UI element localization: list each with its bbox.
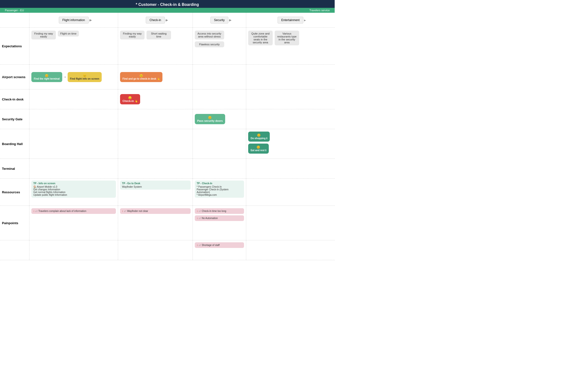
extra-col1 <box>30 240 118 260</box>
flow-arrow-1: → <box>63 75 67 79</box>
painpoints-col2: ↕ ↓↑ Wayfinder not clear <box>118 206 193 240</box>
sub-right: Travelers service <box>310 9 330 12</box>
boarding-col2 <box>118 129 193 158</box>
security-row: Security Gate 😊 Pass security doors <box>0 109 335 129</box>
smiley-3: 😐 <box>122 74 160 78</box>
resource-title-2: TP - Go to Desk <box>122 182 189 185</box>
screens-row: Airport screens 😊 Find the right termina… <box>0 65 335 90</box>
label-spacer <box>0 13 30 28</box>
terminal-col3 <box>193 159 246 178</box>
label-boarding: Boarding Hall <box>0 129 30 158</box>
painpoint-5: ↕ ↓↑ Shortage of staff <box>195 242 244 248</box>
expectations-row: Expectations Finding my way easily Fligh… <box>0 28 335 65</box>
arrow-right-1: ▶ <box>90 18 92 22</box>
painpoint-3: ↕ ↓↑ Check-In time too long <box>195 208 244 214</box>
painpoints-col3: ↕ ↓↑ Check-In time too long ↕ ↓↑ No Auto… <box>193 206 246 240</box>
painpoint-2: ↕ ↓↑ Wayfinder not clear <box>120 208 190 214</box>
screens-col4 <box>246 65 335 89</box>
page-title: * Customer - Check-in & Boarding <box>0 0 335 8</box>
expect-badge-3: Finding my way easily <box>120 30 144 40</box>
checkin-col1 <box>30 90 118 109</box>
security-col3: 😊 Pass security doors <box>193 109 246 129</box>
process-pass-security: 😊 Pass security doors <box>195 114 226 124</box>
hand-icon-2: 👆 <box>135 100 138 102</box>
screens-col2: 😐 Find and go to check-in desk 👆 <box>118 65 193 89</box>
process-checkin: 😞 Check-in 👆 <box>120 94 140 104</box>
smiley-7: 😊 <box>251 146 266 149</box>
col-header-checkin: Check-in ▶ <box>118 13 193 28</box>
resource-item-3c: * AirportMega.com <box>197 194 242 196</box>
process-find-terminal: 😊 Find the right terminal <box>31 72 62 82</box>
checkin-col4 <box>246 90 335 109</box>
label-expectations: Expectations <box>0 28 30 64</box>
resource-box-2: TP - Go to Desk Wayfinder System <box>120 180 190 190</box>
resource-box-3: TP - Check-In * Passengers Check-In Pass… <box>195 180 244 198</box>
resource-item-3a: * Passengers Check-In <box>197 186 242 188</box>
extra-col3: ↕ ↓↑ Shortage of staff <box>193 240 246 260</box>
col-header-label-4: Entertainment <box>278 17 303 24</box>
smiley-1: 😊 <box>34 74 60 78</box>
col-headers-row: Flight information ▶ Check-in ▶ Security… <box>0 13 335 28</box>
label-extra <box>0 240 30 260</box>
resource-item-1d: Update public flight Information <box>33 194 114 196</box>
screens-col3 <box>193 65 246 89</box>
painpoint-icon-1: ↕ <box>33 210 34 212</box>
resource-item-1a: 🏠 Airport Mobile v1.0 <box>33 186 114 188</box>
painpoint-icon-4: ↕ <box>197 217 198 220</box>
arrow-right-3: ▶ <box>229 18 232 22</box>
painpoint-icon-3: ↕ <box>197 210 198 212</box>
smiley-2: 😐 <box>70 74 99 78</box>
col-header-label-1: Flight information ▶ <box>59 17 89 24</box>
terminal-col2 <box>118 159 193 178</box>
process-find-flight-info: 😐 Find flight info on screen <box>68 72 102 82</box>
boarding-col4: 😊 Do shopping ℹ 😊 Eat and rest ℹ <box>246 129 335 158</box>
label-terminal: Terminal <box>0 159 30 178</box>
col-header-label-2: Check-in ▶ <box>146 17 165 24</box>
terminal-col4 <box>246 159 335 178</box>
col-header-security: Security ▶ <box>193 13 246 28</box>
col-header-entertainment: Entertainment <box>246 13 335 28</box>
painpoints-row: Painpoints ↕ ↓↑ Travelers complain about… <box>0 206 335 240</box>
terminal-col1 <box>30 159 118 178</box>
resource-item-3b: Passenger Check-In (System Automation) <box>197 188 242 194</box>
boarding-row: Boarding Hall 😊 Do shopping ℹ 😊 Eat and … <box>0 129 335 159</box>
expect-badge-8: Various restaurants type in the security… <box>275 30 299 45</box>
resource-title-1: TP - Info on screen <box>33 182 114 185</box>
process-do-shopping: 😊 Do shopping ℹ <box>248 132 270 142</box>
resource-box-1: TP - Info on screen 🏠 Airport Mobile v1.… <box>31 180 116 198</box>
security-col4 <box>246 109 335 129</box>
painpoints-col1: ↕ ↓↑ Travelers complain about lack of in… <box>30 206 118 240</box>
painpoint-icon-5: ↕ <box>197 244 198 246</box>
expect-badge-4: Short waiting time <box>146 30 171 40</box>
expectations-col2: Finding my way easily Short waiting time <box>118 28 193 64</box>
screens-col1: 😊 Find the right terminal → 😐 Find fligh… <box>30 65 118 89</box>
expect-badge-6: Flawless security <box>195 42 224 47</box>
resource-item-2a: Wayfinder System <box>122 186 189 188</box>
smiley-5: 😊 <box>197 116 223 119</box>
smiley-6: 😊 <box>251 134 267 137</box>
painpoint-1: ↕ ↓↑ Travelers complain about lack of in… <box>31 208 116 214</box>
col-header-label-3: Security ▶ <box>210 17 228 24</box>
painpoint-4: ↕ ↓↑ No Automation <box>195 215 244 221</box>
expectations-col1: Finding my way easily Flight on time <box>30 28 118 64</box>
label-resources: Ressources <box>0 178 30 206</box>
smiley-4: 😞 <box>122 96 138 100</box>
expect-badge-7: Quite zone and comfortable seats in the … <box>248 30 273 45</box>
info-icon: ℹ <box>266 137 267 140</box>
resources-col4 <box>246 178 335 206</box>
resource-item-1c: Get normal flights Information <box>33 191 114 194</box>
label-checkin: Check-in desk <box>0 90 30 109</box>
process-find-go-checkin: 😐 Find and go to check-in desk 👆 <box>120 72 162 82</box>
extra-row: ↕ ↓↑ Shortage of staff <box>0 240 335 260</box>
expectations-col4: Quite zone and comfortable seats in the … <box>246 28 335 64</box>
checkin-col2: 😞 Check-in 👆 <box>118 90 193 109</box>
resources-col2: TP - Go to Desk Wayfinder System <box>118 178 193 206</box>
checkin-col3 <box>193 90 246 109</box>
info-icon-2: ℹ <box>265 149 266 152</box>
expectations-col3: Access into security area without stress… <box>193 28 246 64</box>
painpoint-icon-2: ↕ <box>122 210 123 212</box>
sub-header: Passenger - EU Travelers service <box>0 8 335 13</box>
process-eat-rest: 😊 Eat and rest ℹ <box>248 144 269 154</box>
arrow-right-2: ▶ <box>166 18 168 22</box>
expect-badge-5: Access into security area without stress <box>195 30 224 40</box>
